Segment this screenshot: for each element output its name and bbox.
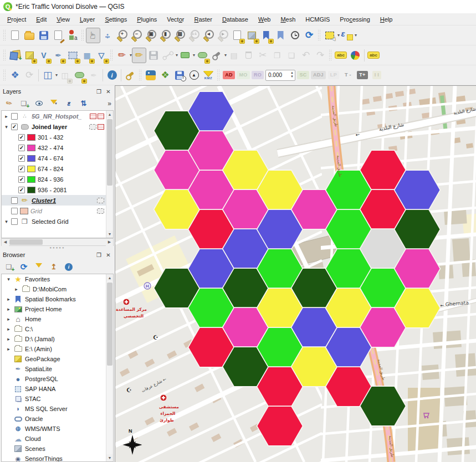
expander-right-icon[interactable]: ▸: [6, 346, 11, 352]
visibility-checkbox[interactable]: [11, 197, 18, 204]
advanced-digitizing-II-button[interactable]: I I: [370, 68, 384, 83]
vscroll-up-arrow[interactable]: ▲: [106, 274, 113, 281]
layers-vscrollbar[interactable]: ▲▼: [106, 111, 113, 238]
advanced-digitizing-SC-button[interactable]: SC: [296, 68, 310, 83]
layers-toolbar-overflow[interactable]: »: [108, 100, 111, 107]
modify-attributes-button[interactable]: ▤: [227, 48, 241, 63]
select-features-button[interactable]: [323, 28, 337, 43]
menu-processing[interactable]: Processing: [335, 15, 375, 24]
new-mesh-layer-button[interactable]: ▽: [94, 48, 109, 63]
legend-class-301-432[interactable]: ✓301 - 432: [2, 132, 113, 142]
browser-float-button[interactable]: ❐: [95, 251, 103, 259]
visibility-checkbox[interactable]: [11, 208, 18, 214]
new-map-view-button[interactable]: [230, 28, 244, 43]
move-feature-button[interactable]: ❖: [8, 68, 22, 83]
new-3d-map-view-button[interactable]: [244, 28, 259, 43]
cut-features-button[interactable]: ✂: [255, 48, 270, 63]
expander-right-icon[interactable]: ▸: [6, 316, 11, 322]
red-table-badge-icon[interactable]: [90, 114, 96, 119]
toolbar-grip[interactable]: [3, 49, 7, 61]
hscroll-thumb[interactable]: [9, 239, 43, 245]
toolbar-grip[interactable]: [3, 69, 7, 81]
toolbar-grip[interactable]: [110, 49, 114, 61]
offset-curve-button[interactable]: ✒: [86, 68, 101, 83]
visibility-checkbox[interactable]: [11, 113, 18, 120]
redo-button[interactable]: ↷: [313, 48, 327, 63]
autosave-plugin-button[interactable]: [172, 68, 187, 83]
layer-labeling-options-button[interactable]: abc: [334, 48, 348, 63]
browser-item-cloud[interactable]: ☁Cloud: [2, 434, 113, 444]
vscroll-thumb[interactable]: [107, 119, 112, 186]
vscroll-down-arrow[interactable]: ▼: [106, 230, 113, 238]
open-project-button[interactable]: [22, 28, 37, 43]
visibility-checkbox[interactable]: ✓: [18, 176, 25, 183]
layer-item-selected-grid[interactable]: ▾❐Selected Grid: [2, 216, 113, 227]
layers-float-button[interactable]: ❐: [95, 88, 103, 95]
run-feature-action-button[interactable]: [123, 68, 137, 83]
split-parts-button[interactable]: ◫: [58, 68, 72, 83]
expander-right-icon[interactable]: ▸: [6, 306, 11, 312]
browser-item-ms-sql-server[interactable]: ◗MS SQL Server: [2, 404, 113, 414]
new-geopackage-layer-button[interactable]: [22, 48, 37, 63]
map-canvas[interactable]: Ghernata←شارع البلدية←شارع البلديةطريق ا…: [115, 85, 476, 462]
temporal-controller-button[interactable]: [288, 28, 302, 43]
browser-close-button[interactable]: ✕: [105, 251, 112, 259]
toolbar-grip[interactable]: [81, 29, 85, 42]
refresh-browser-button[interactable]: ⟳: [18, 261, 29, 273]
browser-item-home[interactable]: ▸⌂Home: [2, 314, 113, 324]
zoom-last-button[interactable]: ◂: [201, 28, 216, 43]
current-edits-button[interactable]: ✏: [115, 48, 129, 63]
legend-class-474-674[interactable]: ✓474 - 674: [2, 153, 113, 163]
manage-map-themes-button[interactable]: ▾: [33, 98, 44, 109]
advanced-digitizing-AD-button[interactable]: AD: [222, 68, 236, 83]
labeling-overflow-button[interactable]: abc: [366, 48, 381, 63]
vscroll-thumb[interactable]: [107, 283, 112, 366]
visibility-checkbox[interactable]: ✓: [18, 155, 25, 162]
layers-close-button[interactable]: ✕: [105, 88, 112, 95]
new-virtual-layer-button[interactable]: ▦: [80, 48, 94, 63]
browser-item-sap-hana[interactable]: SAP HANA: [2, 384, 113, 394]
legend-class-674-824[interactable]: ✓674 - 824: [2, 163, 113, 174]
expander-right-icon[interactable]: ▸: [4, 114, 9, 119]
pan-to-selection-button[interactable]: ↔↕: [100, 28, 115, 43]
new-shapefile-layer-button[interactable]: V: [37, 48, 51, 63]
bearing-compass-button[interactable]: ▲: [187, 68, 201, 83]
browser-item-e-amin-[interactable]: ▸E:\ (Amin): [2, 344, 113, 354]
layout-manager-button[interactable]: [51, 28, 65, 43]
layer-item-cluster1[interactable]: ✏Cluster1: [2, 195, 113, 206]
browser-item-project-home[interactable]: ▸Project Home: [2, 304, 113, 314]
advanced-digitizing-T-plus-button[interactable]: T+: [355, 68, 370, 83]
toolbar-grip[interactable]: [217, 69, 221, 81]
browser-item-scenes[interactable]: Scenes: [2, 444, 113, 454]
advanced-digitizing-T-minus-button[interactable]: T -: [341, 68, 355, 83]
plugin-manager-button[interactable]: ❖: [158, 68, 172, 83]
menu-view[interactable]: View: [52, 15, 75, 24]
new-spatialite-layer-button[interactable]: ✒: [51, 48, 65, 63]
menu-hcmgis[interactable]: HCMGIS: [300, 15, 335, 24]
zoom-next-button[interactable]: ▸: [216, 28, 230, 43]
add-selected-layers-button[interactable]: ❏: [3, 261, 14, 273]
menu-edit[interactable]: Edit: [31, 15, 52, 24]
kmz-tools-button[interactable]: KMZ: [201, 68, 216, 83]
copy-features-button[interactable]: ❐: [270, 48, 284, 63]
expand-collapse-all-button[interactable]: ⇅: [78, 98, 89, 109]
menu-settings[interactable]: Settings: [100, 15, 132, 24]
legend-class-824-936[interactable]: ✓824 - 936: [2, 174, 113, 184]
digitize-with-segment-button[interactable]: [161, 48, 175, 63]
expander-down-icon[interactable]: ▾: [4, 124, 9, 130]
menu-raster[interactable]: Raster: [189, 15, 217, 24]
visibility-checkbox[interactable]: ✓: [18, 134, 25, 141]
browser-item-wms-wmts[interactable]: ⊕WMS/WMTS: [2, 424, 113, 434]
visibility-checkbox[interactable]: ✓: [11, 124, 18, 130]
zoom-native-button[interactable]: 1:1: [187, 28, 201, 43]
expander-right-icon[interactable]: ▸: [6, 326, 11, 332]
expander-down-icon[interactable]: ▾: [4, 219, 9, 224]
save-project-button[interactable]: [37, 28, 51, 43]
expander-right-icon[interactable]: ▸: [6, 296, 11, 302]
visibility-checkbox[interactable]: ✓: [18, 187, 25, 193]
vertex-tool-button[interactable]: [209, 48, 224, 63]
legend-class-432-474[interactable]: ✓432 - 474: [2, 142, 113, 153]
browser-item-oracle[interactable]: Oracle: [2, 414, 113, 424]
paste-features-button[interactable]: ❏: [284, 48, 299, 63]
layer-item-5g_nr_hotspot_[interactable]: ▸∴5G_NR_Hotspot_: [2, 111, 113, 121]
